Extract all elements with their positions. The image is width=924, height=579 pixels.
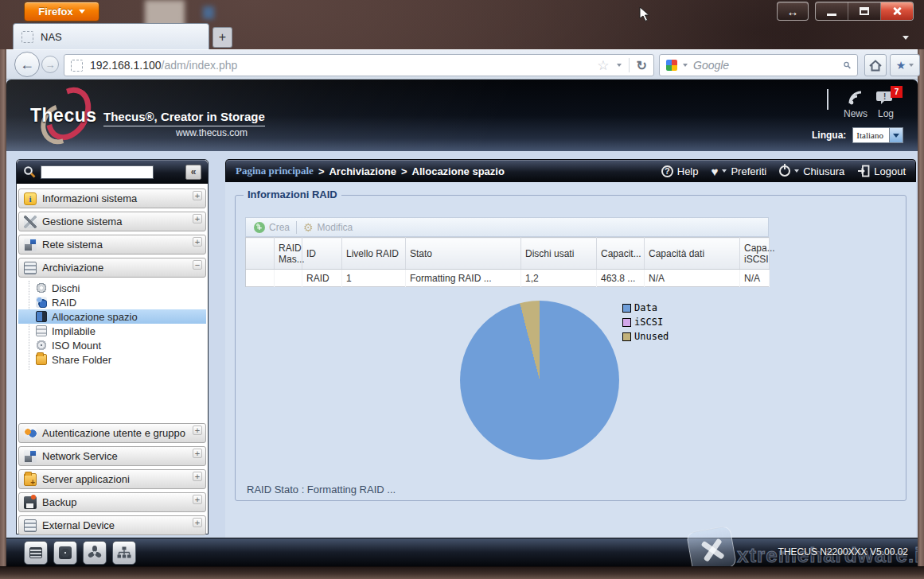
collapse-icon[interactable]: − — [193, 260, 202, 270]
expand-icon[interactable]: + — [193, 495, 202, 504]
breadcrumb-home-link[interactable]: Pagina principale — [236, 165, 314, 177]
news-button[interactable]: News — [844, 89, 867, 119]
breadcrumb-bar: Pagina principale > Archiviazione > Allo… — [225, 159, 916, 182]
bookmarks-panel-button[interactable]: ★ — [890, 54, 920, 76]
close-button[interactable] — [881, 2, 913, 20]
forward-button[interactable]: → — [41, 56, 59, 73]
sidebar-section-gestione-sistema[interactable]: Gestione sistema + — [18, 212, 206, 231]
google-logo-icon[interactable] — [666, 60, 677, 71]
sidebar-item-raid[interactable]: RAID — [18, 295, 206, 309]
reload-icon[interactable]: ↻ — [637, 58, 647, 73]
folder-icon — [36, 354, 47, 365]
iscsi-capacity-cell: N/A — [740, 270, 770, 287]
back-button[interactable]: ← — [14, 52, 40, 77]
expand-icon[interactable]: + — [193, 472, 202, 481]
network-status-button[interactable] — [112, 541, 136, 565]
favorites-label: Preferiti — [731, 165, 766, 177]
item-label: RAID — [52, 297, 76, 309]
col-raid-master[interactable]: RAID Mas... — [275, 238, 302, 270]
section-label: Rete sistema — [42, 239, 103, 251]
space-allocation-icon — [36, 311, 47, 322]
sidebar-item-impilabile[interactable]: Impilabile — [18, 324, 206, 338]
firefox-menu-button[interactable]: Firefox — [24, 2, 99, 21]
search-input[interactable] — [693, 59, 838, 72]
browser-tab-nas[interactable]: NAS — [13, 23, 209, 49]
sidebar-section-autenticazione[interactable]: Autenticazione utente e gruppo + — [18, 423, 206, 443]
col-data-capacity[interactable]: Capacità dati — [645, 238, 740, 270]
chevron-down-icon[interactable] — [683, 64, 688, 67]
sidebar-section-backup[interactable]: Backup + — [18, 492, 206, 512]
pie-chart — [460, 301, 619, 460]
search-bar[interactable] — [659, 54, 858, 76]
network-computer-icon — [24, 450, 37, 463]
storage-stack-icon — [24, 262, 37, 274]
minimize-icon — [827, 14, 836, 16]
log-button[interactable]: ! 7 Log — [876, 89, 895, 119]
favorites-link[interactable]: ♥ Preferiti — [712, 165, 767, 178]
list-all-tabs-button[interactable] — [897, 30, 914, 45]
select-arrow-icon[interactable] — [889, 128, 903, 142]
col-raid-level[interactable]: Livello RAID — [342, 238, 406, 270]
chevron-down-icon — [79, 10, 85, 14]
chevron-down-icon — [903, 36, 909, 40]
sidebar-item-iso-mount[interactable]: ISO Mount — [18, 338, 206, 352]
new-tab-button[interactable]: + — [212, 27, 232, 48]
site-identity-icon[interactable] — [71, 60, 83, 72]
disk-status-button[interactable] — [53, 541, 77, 565]
minimize-button[interactable] — [816, 2, 848, 20]
url-bar[interactable]: 192.168.1.100/adm/index.php ☆ ↻ — [64, 54, 654, 76]
help-link[interactable]: ? Help — [661, 165, 699, 177]
modify-button[interactable]: ⚙ Modifica — [303, 222, 353, 233]
search-icon[interactable] — [844, 60, 851, 71]
level-cell: 1 — [342, 270, 406, 287]
sidebar-search-input[interactable] — [41, 165, 154, 179]
sidebar-item-dischi[interactable]: Dischi — [18, 281, 206, 295]
window-resize-button[interactable]: ↔ — [777, 2, 809, 21]
sidebar-section-server-applicazioni[interactable]: Server applicazioni + — [18, 469, 206, 489]
firefox-menu-label: Firefox — [38, 6, 72, 17]
desktop-artifact — [203, 6, 214, 19]
sidebar-section-external-device[interactable]: External Device + — [18, 515, 206, 535]
rss-icon — [847, 89, 864, 107]
col-status[interactable]: Stato — [406, 238, 521, 270]
mouse-cursor — [639, 6, 650, 22]
expand-icon[interactable]: + — [193, 237, 202, 247]
home-button[interactable] — [864, 54, 887, 76]
chevron-down-icon[interactable] — [617, 64, 622, 67]
url-text[interactable]: 192.168.1.100/adm/index.php — [90, 59, 590, 72]
legend-item-unused: Unused — [622, 331, 669, 342]
logout-link[interactable]: Logout — [857, 165, 906, 177]
table-row[interactable]: RAID 1 Formatting RAID ... 1,2 463.8 ...… — [246, 270, 770, 287]
fan-status-button[interactable] — [83, 541, 107, 565]
sidebar-section-network-service[interactable]: Network Service + — [18, 446, 206, 466]
help-label: Help — [677, 165, 699, 177]
create-button[interactable]: Crea — [254, 222, 290, 233]
col-id[interactable]: ID — [302, 238, 342, 270]
app-folder-icon — [24, 473, 37, 486]
bookmark-star-icon[interactable]: ☆ — [597, 57, 609, 74]
col-disks-used[interactable]: Dischi usati — [521, 238, 597, 270]
sidebar-section-informazioni-sistema[interactable]: Informazioni sistema + — [18, 188, 206, 208]
expand-icon[interactable]: + — [193, 214, 202, 223]
sidebar-section-rete-sistema[interactable]: Rete sistema + — [18, 235, 206, 255]
raid-status-line: RAID Stato : Formatting RAID ... — [247, 484, 396, 495]
expand-icon[interactable]: + — [193, 449, 202, 458]
shutdown-label: Chiusura — [803, 165, 844, 177]
system-info-button[interactable] — [24, 541, 48, 565]
server-icon — [29, 547, 42, 558]
maximize-button[interactable] — [848, 2, 881, 20]
col-capacity[interactable]: Capacit... — [597, 238, 645, 270]
disk-icon — [36, 282, 47, 293]
site-website: www.thecus.com — [176, 127, 248, 138]
shutdown-link[interactable]: Chiusura — [779, 165, 844, 177]
expand-icon[interactable]: + — [193, 191, 202, 200]
sidebar-section-archiviazione[interactable]: Archiviazione − — [18, 258, 206, 278]
sidebar-item-share-folder[interactable]: Share Folder — [18, 352, 206, 367]
section-label: Informazioni sistema — [42, 192, 137, 204]
sidebar-item-allocazione-spazio[interactable]: Allocazione spazio — [18, 309, 206, 324]
sidebar-collapse-button[interactable]: « — [185, 165, 201, 180]
expand-icon[interactable]: + — [193, 426, 202, 435]
col-iscsi-capacity[interactable]: Capa... iSCSI — [740, 238, 770, 270]
expand-icon[interactable]: + — [193, 518, 202, 527]
language-select[interactable]: Italiano — [852, 127, 903, 143]
